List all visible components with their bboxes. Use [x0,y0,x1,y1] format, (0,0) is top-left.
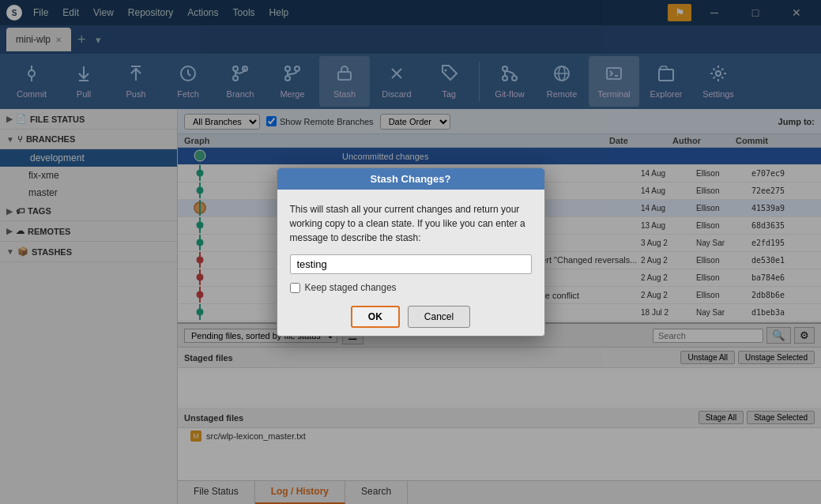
modal-buttons: OK Cancel [290,306,532,328]
keep-staged-row: Keep staged changes [290,282,532,293]
ok-button[interactable]: OK [351,306,400,328]
keep-staged-checkbox[interactable] [290,283,300,293]
keep-staged-label: Keep staged changes [305,282,397,293]
modal-body: This will stash all your current changes… [277,190,544,336]
modal-title: Stash Changes? [277,168,544,190]
modal-overlay: Stash Changes? This will stash all your … [0,0,821,504]
cancel-button[interactable]: Cancel [408,306,470,328]
stash-message-input[interactable] [290,254,532,274]
stash-modal: Stash Changes? This will stash all your … [277,167,545,337]
modal-description: This will stash all your current changes… [290,202,532,245]
